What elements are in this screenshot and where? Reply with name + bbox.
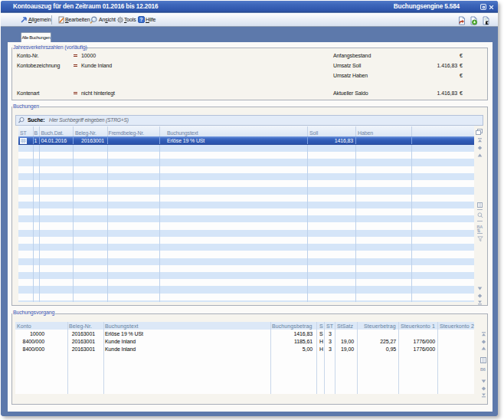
svg-text:?: ? [139, 17, 142, 22]
